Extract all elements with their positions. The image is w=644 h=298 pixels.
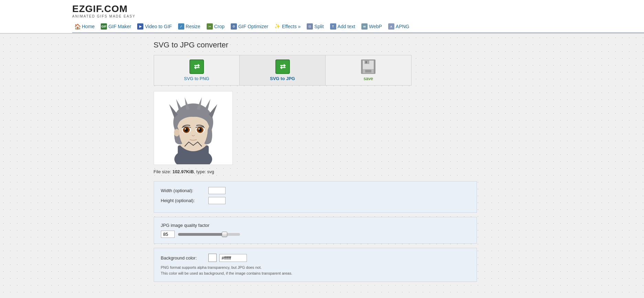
nav-webp[interactable]: W WebP	[359, 22, 385, 32]
file-size-prefix: File size:	[154, 169, 173, 174]
width-label: Width (optional):	[161, 188, 206, 193]
save-icon	[361, 59, 375, 74]
width-row: Width (optional):	[161, 187, 470, 194]
nav-resize[interactable]: ⤢ Resize	[176, 22, 204, 32]
svg-text:⇄: ⇄	[194, 63, 199, 70]
svg-point-35	[174, 129, 179, 136]
quality-section: JPG image quality factor 85	[154, 217, 477, 244]
file-type-separator: , type:	[194, 169, 207, 174]
site-tagline: ANIMATED GIFS MADE EASY	[72, 14, 644, 18]
bg-note-2: This color will be used as background, i…	[161, 271, 293, 275]
nav-apng[interactable]: A APNG	[386, 22, 413, 32]
resize-icon: ⤢	[178, 23, 184, 30]
svg-text:⇄: ⇄	[280, 63, 285, 70]
video-to-gif-icon: ▶	[137, 23, 143, 30]
quality-label: JPG image quality factor	[161, 223, 470, 228]
height-label: Height (optional):	[161, 198, 206, 203]
tab-svg-to-jpg-label: SVG to JPG	[270, 76, 295, 81]
preview-image	[155, 92, 231, 164]
color-input[interactable]: #ffffff	[219, 254, 247, 262]
quality-slider-track	[178, 233, 240, 236]
main-nav: 🏠 Home GIF GIF Maker ▶ Video to GIF ⤢ Re…	[72, 20, 644, 32]
file-type: svg	[207, 169, 214, 174]
tab-bar: ⇄ SVG to PNG ⇄ SVG to JPG	[154, 55, 412, 86]
site-logo[interactable]: EZGIF.COM	[72, 3, 128, 14]
file-info: File size: 102.97KiB, type: svg	[154, 169, 556, 174]
nav-gif-optimizer[interactable]: ⚙ GIF Optimizer	[229, 22, 272, 32]
width-input[interactable]	[208, 187, 226, 194]
bg-note: PNG format supports alpha transparency, …	[161, 265, 470, 276]
add-text-icon: T	[330, 23, 336, 30]
svg-rect-10	[365, 70, 371, 73]
svg-point-29	[185, 128, 186, 130]
nav-home[interactable]: 🏠 Home	[72, 22, 98, 32]
background-section: Background color: #ffffff PNG format sup…	[154, 248, 477, 282]
nav-gif-maker[interactable]: GIF GIF Maker	[99, 22, 134, 32]
quality-slider-thumb[interactable]	[222, 232, 227, 237]
home-icon: 🏠	[74, 23, 80, 30]
svg-rect-11	[365, 61, 367, 63]
svg-to-png-icon: ⇄	[189, 59, 204, 74]
page-title: SVG to JPG converter	[154, 41, 556, 49]
height-input[interactable]	[208, 197, 226, 204]
tab-svg-to-png-label: SVG to PNG	[184, 76, 209, 81]
crop-icon: ✂	[207, 23, 213, 30]
logo-area: EZGIF.COM ANIMATED GIFS MADE EASY	[72, 0, 644, 20]
color-swatch[interactable]	[208, 254, 217, 262]
file-size: 102.97KiB	[172, 169, 194, 174]
nav-split[interactable]: ⊟ Split	[305, 22, 327, 32]
nav-effects[interactable]: ✨ Effects »	[272, 22, 304, 32]
nav-video-to-gif[interactable]: ▶ Video to GIF	[135, 22, 175, 32]
svg-point-34	[198, 128, 200, 130]
gif-optimizer-icon: ⚙	[231, 23, 237, 30]
dimensions-section: Width (optional): Height (optional):	[154, 181, 477, 213]
split-icon: ⊟	[307, 23, 313, 30]
effects-icon: ✨	[274, 23, 281, 30]
tab-svg-to-jpg[interactable]: ⇄ SVG to JPG	[240, 55, 326, 85]
apng-icon: A	[388, 23, 394, 30]
quality-row: 85	[161, 231, 470, 238]
quality-value-input[interactable]: 85	[161, 231, 175, 238]
tab-save-label: save	[363, 76, 373, 81]
main-content: SVG to JPG converter ⇄ SVG to PNG ⇄	[81, 34, 563, 289]
tab-svg-to-png[interactable]: ⇄ SVG to PNG	[154, 55, 240, 85]
tab-save[interactable]: save	[326, 55, 411, 85]
bg-note-1: PNG format supports alpha transparency, …	[161, 265, 262, 269]
image-preview	[154, 91, 233, 165]
nav-divider	[72, 32, 644, 33]
nav-add-text[interactable]: T Add text	[328, 22, 359, 32]
gif-maker-icon: GIF	[101, 23, 107, 30]
nav-crop[interactable]: ✂ Crop	[205, 22, 228, 32]
height-row: Height (optional):	[161, 197, 470, 204]
svg-to-jpg-icon: ⇄	[275, 59, 290, 74]
bg-color-label: Background color:	[161, 255, 206, 261]
quality-slider-fill	[178, 233, 225, 236]
header: EZGIF.COM ANIMATED GIFS MADE EASY 🏠 Home…	[0, 0, 644, 34]
bg-color-row: Background color: #ffffff	[161, 254, 470, 262]
webp-icon: W	[361, 23, 368, 30]
